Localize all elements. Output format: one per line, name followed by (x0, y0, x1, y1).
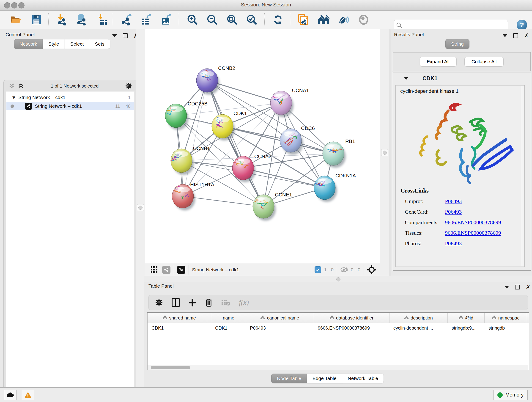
crosslink-value-link[interactable]: 9606.ENSP00000378699 (445, 219, 501, 225)
table-options-gear-icon[interactable] (155, 299, 163, 306)
crosslink-value-link[interactable]: P06493 (445, 209, 462, 215)
tab-edge-table[interactable]: Edge Table (307, 374, 342, 383)
horizontal-splitter-handle[interactable] (336, 277, 341, 281)
column-type-icon (330, 315, 334, 321)
birdseye-view-icon[interactable] (177, 266, 185, 274)
memory-button[interactable]: Memory (493, 390, 528, 400)
crosslink-value-link[interactable]: P06493 (445, 198, 462, 204)
network-node-CCNA2[interactable] (232, 156, 255, 182)
options-gear-icon[interactable] (125, 82, 133, 89)
network-node-CDC25B[interactable] (165, 104, 188, 130)
tab-sets[interactable]: Sets (89, 39, 110, 49)
expand-all-icon[interactable] (17, 83, 24, 89)
warning-status-button[interactable] (22, 390, 34, 400)
grid-view-icon[interactable] (151, 266, 158, 273)
network-node-CCNB2[interactable] (196, 69, 220, 95)
network-canvas[interactable]: CCNB2CCNA1CDC25BCDK1CDC6RB1CCNB1CCNA2CDK… (145, 29, 380, 263)
network-node-RB1[interactable] (323, 142, 346, 168)
network-node-CDK1[interactable] (212, 114, 235, 140)
column-header-database-identifier[interactable]: database identifier (314, 313, 389, 323)
export-table-icon[interactable] (140, 14, 152, 26)
network-node-CCNB1[interactable] (169, 149, 194, 175)
help-icon[interactable]: ? (517, 20, 527, 30)
cloud-status-button[interactable] (4, 390, 17, 400)
crosslink-row: Pharos:P06493 (405, 240, 519, 247)
delete-column-icon[interactable] (205, 298, 212, 307)
float-panel-icon[interactable] (513, 33, 518, 38)
column-header-shared-name[interactable]: shared name (147, 313, 211, 323)
network-edge[interactable] (183, 80, 207, 196)
import-table-file-icon[interactable] (96, 14, 108, 26)
column-header-name[interactable]: name (211, 313, 246, 323)
network-node-CCNE1[interactable] (253, 195, 276, 221)
show-panel-eye-icon[interactable] (358, 14, 370, 26)
hide-panel-eye-icon[interactable] (337, 14, 349, 26)
add-column-icon[interactable] (189, 299, 196, 306)
results-scrollbar[interactable] (521, 86, 524, 266)
collapse-panel-icon[interactable] (505, 286, 509, 288)
column-header-description[interactable]: description (389, 313, 448, 323)
gene-collapse-icon[interactable] (404, 77, 408, 80)
zoom-out-icon[interactable] (206, 14, 218, 26)
expand-all-button[interactable]: Expand All (420, 57, 457, 66)
left-splitter[interactable] (136, 29, 145, 387)
column-header-@id[interactable]: @id (448, 313, 485, 323)
string-home-icon[interactable] (317, 14, 329, 26)
tab-string[interactable]: String (445, 39, 469, 49)
export-image-icon[interactable] (160, 14, 172, 26)
collapse-panel-icon[interactable] (503, 34, 507, 37)
zoom-selected-icon[interactable] (246, 14, 258, 26)
search-input[interactable] (404, 22, 508, 28)
float-panel-icon[interactable] (123, 33, 128, 38)
horizontal-splitter[interactable] (144, 276, 532, 283)
show-columns-icon[interactable] (172, 298, 180, 307)
table-horizontal-scrollbar[interactable] (147, 365, 528, 370)
control-panel: Control Panel ✗ NetworkStyleSelectSets 1… (0, 29, 136, 387)
table-scrollbar-thumb[interactable] (151, 366, 190, 369)
network-row-selected[interactable]: String Network – cdk1 11 48 (6, 102, 134, 110)
crosslink-label: GeneCard: (405, 209, 445, 215)
left-splitter-handle[interactable] (137, 204, 144, 211)
network-node-CDKN1A[interactable] (314, 176, 337, 202)
tree-expand-icon[interactable]: ▼ (12, 95, 15, 100)
crosslink-value-link[interactable]: 9606.ENSP00000378699 (445, 230, 501, 236)
collapse-all-icon[interactable] (8, 83, 15, 89)
close-panel-icon[interactable]: ✗ (526, 284, 531, 290)
crosslink-value-link[interactable]: P06493 (445, 240, 462, 246)
tab-select[interactable]: Select (65, 39, 89, 49)
crosslink-label: Compartments: (405, 219, 445, 225)
selected-nodes-checkbox[interactable] (315, 266, 321, 273)
node-label-CCNA2: CCNA2 (254, 153, 272, 159)
collapse-all-button[interactable]: Collapse All (464, 57, 504, 66)
import-network-file-icon[interactable] (56, 14, 68, 26)
network-edge[interactable] (222, 126, 333, 153)
column-header-canonical-name[interactable]: canonical name (246, 313, 314, 323)
network-node-CCNA1[interactable] (269, 91, 293, 117)
zoom-in-icon[interactable] (186, 14, 198, 26)
close-panel-icon[interactable]: ✗ (524, 33, 529, 38)
collapse-panel-icon[interactable] (112, 34, 117, 37)
import-network-database-icon[interactable] (76, 14, 88, 26)
tab-node-table[interactable]: Node Table (271, 374, 307, 383)
open-session-icon[interactable] (10, 14, 22, 26)
column-header-namespac[interactable]: namespac (485, 313, 527, 323)
tab-style[interactable]: Style (43, 39, 65, 49)
window-title: Session: New Session (0, 2, 532, 8)
table-row[interactable]: CDK1CDK1P064939606.ENSP00000378699cyclin… (147, 323, 529, 333)
network-collection-row[interactable]: ▼ String Network – cdk1 1 (6, 93, 134, 102)
tab-network[interactable]: Network (14, 39, 43, 49)
zoom-fit-icon[interactable] (226, 14, 238, 26)
tab-network-table[interactable]: Network Table (342, 374, 384, 383)
network-edge[interactable] (207, 80, 264, 206)
right-splitter[interactable] (380, 29, 389, 276)
float-panel-icon[interactable] (515, 285, 520, 289)
refresh-icon[interactable] (272, 14, 284, 26)
center-view-crosshair-icon[interactable] (367, 265, 376, 274)
clone-network-icon[interactable] (297, 14, 309, 26)
table-cell: stringdb (485, 323, 527, 333)
export-network-icon[interactable] (120, 14, 132, 26)
save-session-icon[interactable] (31, 14, 42, 26)
right-splitter-handle[interactable] (381, 149, 388, 156)
network-node-CDC6[interactable] (280, 128, 303, 155)
network-share-icon[interactable] (162, 266, 171, 274)
